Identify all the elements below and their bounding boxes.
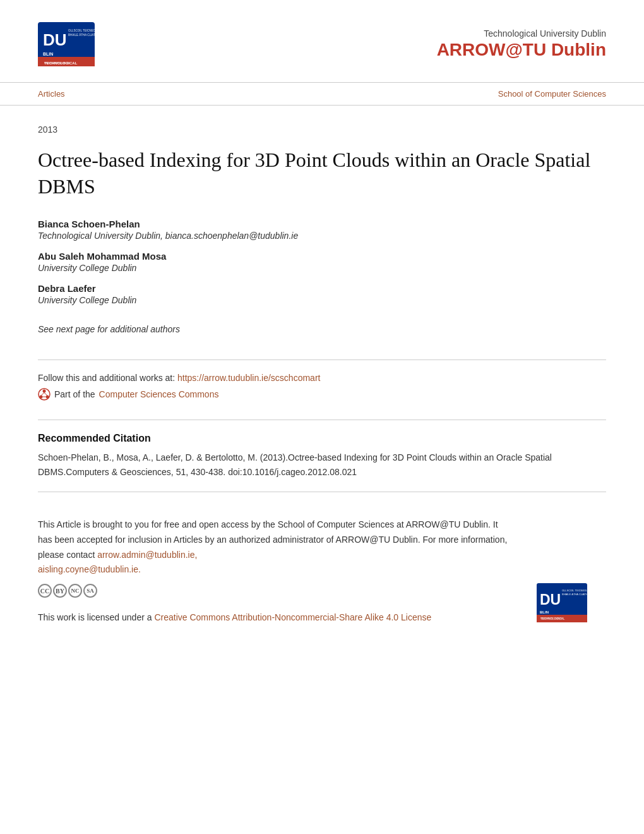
author-name-1: Bianca Schoen-Phelan <box>38 219 606 229</box>
svg-text:OLLSCOIL TEICNEOLAÍOCHTA: OLLSCOIL TEICNEOLAÍOCHTA <box>562 589 599 592</box>
contact-link-1[interactable]: arrow.admin@tudublin.ie, <box>97 550 197 560</box>
authors-section: Bianca Schoen-Phelan Technological Unive… <box>38 219 606 305</box>
comma-sep: , <box>160 231 165 241</box>
follow-section: Follow this and additional works at: htt… <box>38 373 606 401</box>
svg-text:BHAILE ÁTHA CLIATH: BHAILE ÁTHA CLIATH <box>68 33 97 37</box>
cc-icon-cc: CC <box>38 584 52 598</box>
svg-text:DU: DU <box>43 30 67 49</box>
school-link[interactable]: School of Computer Sciences <box>498 89 606 99</box>
divider-1 <box>38 360 606 360</box>
svg-text:BLIN: BLIN <box>43 52 53 56</box>
recommended-section: Recommended Citation Schoen-Phelan, B., … <box>38 420 606 479</box>
author-block-2: Abu Saleh Mohammad Mosa University Colle… <box>38 251 606 273</box>
author-block-1: Bianca Schoen-Phelan Technological Unive… <box>38 219 606 241</box>
author-name-2: Abu Saleh Mohammad Mosa <box>38 251 606 262</box>
svg-point-9 <box>43 390 46 393</box>
cc-license-link[interactable]: Creative Commons Attribution-Noncommerci… <box>154 612 431 622</box>
author-name-3: Debra Laefer <box>38 283 606 294</box>
svg-line-12 <box>42 393 45 396</box>
svg-text:UNIVERSITY DUBLIN: UNIVERSITY DUBLIN <box>44 61 69 64</box>
page: DU BLIN OLLSCOIL TEICNEOLAÍOCHTA BHAILE … <box>0 0 644 834</box>
bottom-row: This Article is brought to you for free … <box>38 505 606 626</box>
cc-icon-by: BY <box>53 584 67 598</box>
contact-link-2[interactable]: aisling.coyne@tudublin.ie. <box>38 564 141 574</box>
article-title: Octree-based Indexing for 3D Point Cloud… <box>38 147 606 200</box>
part-of-line: Part of the Computer Sciences Commons <box>38 388 606 401</box>
follow-text: Follow this and additional works at: htt… <box>38 373 606 383</box>
svg-point-10 <box>40 396 43 399</box>
publication-year: 2013 <box>38 124 606 135</box>
main-content: 2013 Octree-based Indexing for 3D Point … <box>0 106 644 651</box>
commons-icon <box>38 388 51 401</box>
follow-link[interactable]: https://arrow.tudublin.ie/scschcomart <box>177 373 320 383</box>
access-text: This Article is brought to you for free … <box>38 517 511 577</box>
commons-link[interactable]: Computer Sciences Commons <box>99 389 219 399</box>
svg-point-11 <box>46 396 49 399</box>
header-right: Technological University Dublin ARROW@TU… <box>437 28 606 60</box>
see-next-text: See next page for additional authors <box>38 324 606 334</box>
svg-text:DU: DU <box>540 591 561 608</box>
cc-badge: CC BY NC SA <box>38 584 511 598</box>
svg-text:UNIVERSITY DUBLIN: UNIVERSITY DUBLIN <box>540 617 563 620</box>
bottom-tu-dublin-logo: DU BLIN OLLSCOIL TEICNEOLAÍOCHTA BHAILE … <box>537 581 606 626</box>
cc-icon-nc: NC <box>68 584 82 598</box>
articles-link[interactable]: Articles <box>38 89 65 99</box>
svg-text:BHAILE ÁTHA CLIATH: BHAILE ÁTHA CLIATH <box>562 593 588 596</box>
cc-license-line: This work is licensed under a Creative C… <box>38 610 511 626</box>
divider-2 <box>38 492 606 492</box>
author-affil-1: Technological University Dublin, bianca.… <box>38 231 606 241</box>
author-block-3: Debra Laefer University College Dublin <box>38 283 606 305</box>
logo-area: DU BLIN OLLSCOIL TEICNEOLAÍOCHTA BHAILE … <box>38 19 120 70</box>
cc-icon-sa: SA <box>83 584 97 598</box>
arrow-link[interactable]: ARROW@TU Dublin <box>437 40 606 59</box>
tu-dublin-logo: DU BLIN OLLSCOIL TEICNEOLAÍOCHTA BHAILE … <box>38 19 120 70</box>
svg-text:BLIN: BLIN <box>540 610 549 614</box>
nav-bar: Articles School of Computer Sciences <box>0 83 644 106</box>
institution-name: Technological University Dublin <box>437 28 606 39</box>
svg-line-13 <box>44 393 47 396</box>
access-section: This Article is brought to you for free … <box>38 505 511 626</box>
cc-icons: CC BY NC SA <box>38 584 97 598</box>
header: DU BLIN OLLSCOIL TEICNEOLAÍOCHTA BHAILE … <box>0 0 644 83</box>
author-affil-2: University College Dublin <box>38 263 606 273</box>
recommended-title: Recommended Citation <box>38 433 606 444</box>
recommended-text: Schoen-Phelan, B., Mosa, A., Laefer, D. … <box>38 450 606 479</box>
author-affil-3: University College Dublin <box>38 295 606 305</box>
svg-text:OLLSCOIL TEICNEOLAÍOCHTA: OLLSCOIL TEICNEOLAÍOCHTA <box>68 28 109 32</box>
